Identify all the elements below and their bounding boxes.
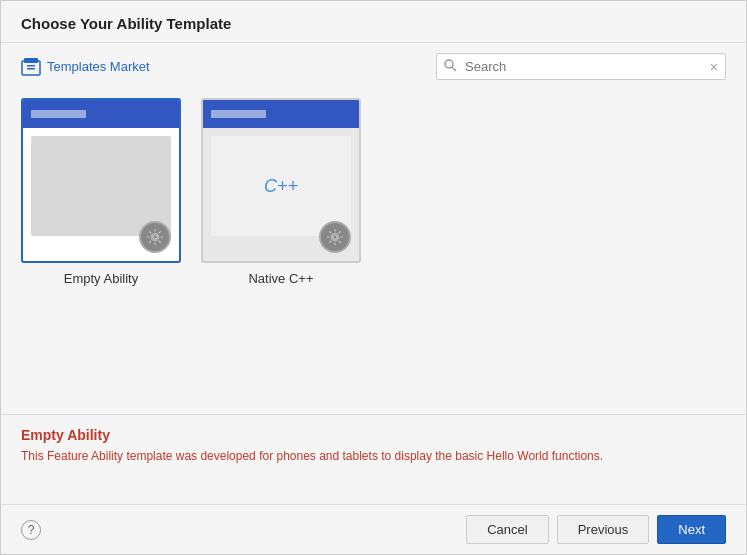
footer: ? Cancel Previous Next [1, 504, 746, 554]
content-area: Empty Ability C++ [1, 88, 746, 414]
svg-rect-3 [27, 68, 35, 70]
next-button[interactable]: Next [657, 515, 726, 544]
template-card-header [23, 100, 179, 128]
template-card-empty-ability[interactable] [21, 98, 181, 263]
footer-buttons: Cancel Previous Next [466, 515, 726, 544]
template-item-empty-ability[interactable]: Empty Ability [21, 98, 181, 286]
template-name-empty-ability: Empty Ability [64, 271, 138, 286]
description-title: Empty Ability [21, 427, 726, 443]
header-bar-cpp [211, 110, 266, 118]
toolbar: Templates Market × [1, 43, 746, 88]
help-icon[interactable]: ? [21, 520, 41, 540]
templates-market-label: Templates Market [47, 59, 150, 74]
description-text: This Feature Ability template was develo… [21, 447, 726, 465]
template-gear-badge-cpp [319, 221, 351, 253]
search-clear-icon[interactable]: × [710, 59, 718, 75]
search-container: × [436, 53, 726, 80]
cancel-button[interactable]: Cancel [466, 515, 548, 544]
svg-point-8 [333, 235, 338, 240]
svg-rect-2 [27, 65, 35, 67]
svg-point-4 [445, 60, 453, 68]
market-icon [21, 58, 41, 76]
dialog-title: Choose Your Ability Template [1, 1, 746, 43]
svg-line-5 [452, 67, 456, 71]
template-card-header-cpp [203, 100, 359, 128]
search-input[interactable] [436, 53, 726, 80]
templates-grid: Empty Ability C++ [21, 98, 726, 286]
description-area: Empty Ability This Feature Ability templ… [1, 414, 746, 504]
template-gear-badge [139, 221, 171, 253]
choose-template-dialog: Choose Your Ability Template Templates M… [0, 0, 747, 555]
template-card-native-cpp[interactable]: C++ [201, 98, 361, 263]
cpp-text: C++ [264, 176, 298, 197]
template-item-native-cpp[interactable]: C++ Native C++ [201, 98, 361, 286]
previous-button[interactable]: Previous [557, 515, 650, 544]
search-icon [444, 59, 457, 75]
svg-point-6 [153, 235, 158, 240]
template-name-native-cpp: Native C++ [248, 271, 313, 286]
svg-rect-1 [24, 58, 38, 63]
templates-market-link[interactable]: Templates Market [21, 58, 150, 76]
header-bar [31, 110, 86, 118]
